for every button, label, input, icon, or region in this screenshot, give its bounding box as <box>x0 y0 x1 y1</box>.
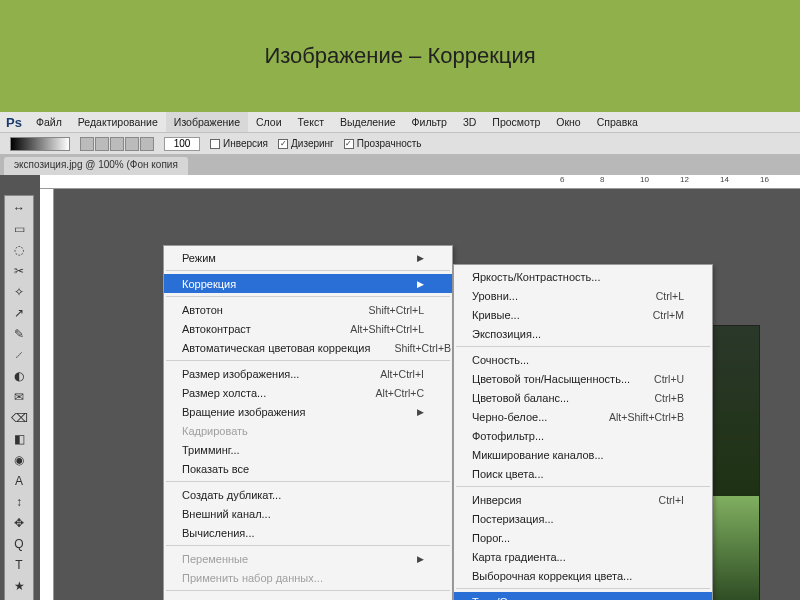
dither-checkbox[interactable]: ✓Дизеринг <box>278 138 334 149</box>
slide-title: Изображение – Коррекция <box>264 43 535 69</box>
tool-14[interactable]: ↕ <box>7 492 31 511</box>
menu-image-item[interactable]: Автоматическая цветовая коррекцияShift+C… <box>164 338 452 357</box>
menu-corr-item[interactable]: Цветовой тон/Насыщенность...Ctrl+U <box>454 369 712 388</box>
menu-corr-item[interactable]: Карта градиента... <box>454 547 712 566</box>
menu-item-label: Внешний канал... <box>182 508 271 520</box>
tool-7[interactable]: ⟋ <box>7 345 31 364</box>
menubar-item-текст[interactable]: Текст <box>290 112 332 132</box>
menubar-item-слои[interactable]: Слои <box>248 112 290 132</box>
tool-16[interactable]: Q <box>7 534 31 553</box>
menubar-item-3d[interactable]: 3D <box>455 112 484 132</box>
tool-12[interactable]: ◉ <box>7 450 31 469</box>
menu-image-item[interactable]: Создать дубликат... <box>164 485 452 504</box>
menu-image-item[interactable]: АвтотонShift+Ctrl+L <box>164 300 452 319</box>
menu-shortcut: Ctrl+I <box>659 494 684 506</box>
tool-5[interactable]: ↗ <box>7 303 31 322</box>
menu-item-label: Тримминг... <box>182 444 240 456</box>
tool-4[interactable]: ✧ <box>7 282 31 301</box>
menu-item-label: Сочность... <box>472 354 529 366</box>
menu-corr-item[interactable]: Поиск цвета... <box>454 464 712 483</box>
menu-item-label: Тени/Света... <box>472 596 539 601</box>
tool-8[interactable]: ◐ <box>7 366 31 385</box>
menu-image-item[interactable]: АвтоконтрастAlt+Shift+Ctrl+L <box>164 319 452 338</box>
menu-corr-item[interactable]: Тени/Света... <box>454 592 712 600</box>
menu-item-label: Автотон <box>182 304 223 316</box>
menubar-item-изображение[interactable]: Изображение <box>166 112 248 132</box>
menu-item-label: Размер изображения... <box>182 368 299 380</box>
menu-item-label: Размер холста... <box>182 387 266 399</box>
tool-2[interactable]: ◌ <box>7 240 31 259</box>
submenu-arrow-icon: ▶ <box>417 279 424 289</box>
opacity-input[interactable] <box>164 137 200 151</box>
menu-corr-item[interactable]: Фотофильтр... <box>454 426 712 445</box>
menu-item-label: Режим <box>182 252 216 264</box>
menu-item-label: Выборочная коррекция цвета... <box>472 570 632 582</box>
menu-item-label: Уровни... <box>472 290 518 302</box>
document-tabbar: экспозиция.jpg @ 100% (Фон копия <box>0 155 800 175</box>
menu-image-item[interactable]: Внешний канал... <box>164 504 452 523</box>
menu-corr-item[interactable]: Постеризация... <box>454 509 712 528</box>
tool-10[interactable]: ⌫ <box>7 408 31 427</box>
menu-corr-item[interactable]: ИнверсияCtrl+I <box>454 490 712 509</box>
menu-shortcut: Alt+Shift+Ctrl+B <box>609 411 684 423</box>
transparency-checkbox[interactable]: ✓Прозрачность <box>344 138 422 149</box>
menubar-item-фильтр[interactable]: Фильтр <box>404 112 455 132</box>
submenu-arrow-icon: ▶ <box>417 407 424 417</box>
menu-corr-item[interactable]: Кривые...Ctrl+M <box>454 305 712 324</box>
menu-corr-item[interactable]: Уровни...Ctrl+L <box>454 286 712 305</box>
menu-image-item[interactable]: Режим▶ <box>164 248 452 267</box>
tool-17[interactable]: T <box>7 555 31 574</box>
menu-item-label: Автоматическая цветовая коррекция <box>182 342 370 354</box>
menu-image-item[interactable]: Показать все <box>164 459 452 478</box>
menu-corr-item[interactable]: Порог... <box>454 528 712 547</box>
menubar: Ps ФайлРедактированиеИзображениеСлоиТекс… <box>0 112 800 133</box>
menubar-item-окно[interactable]: Окно <box>548 112 588 132</box>
menu-shortcut: Alt+Ctrl+C <box>376 387 424 399</box>
menu-corr-item[interactable]: Выборочная коррекция цвета... <box>454 566 712 585</box>
menu-corr-item[interactable]: Яркость/Контрастность... <box>454 267 712 286</box>
menu-corr-sep <box>456 588 710 589</box>
menu-corr-item[interactable]: Сочность... <box>454 350 712 369</box>
toolbox: ↔▭◌✂✧↗✎⟋◐✉⌫◧◉A↕✥QT★✋🔍 <box>4 195 34 600</box>
menu-shortcut: Alt+Ctrl+I <box>380 368 424 380</box>
menu-image-item[interactable]: Вычисления... <box>164 523 452 542</box>
menubar-item-просмотр[interactable]: Просмотр <box>484 112 548 132</box>
menu-item-label: Вычисления... <box>182 527 255 539</box>
menu-image-item[interactable]: Размер изображения...Alt+Ctrl+I <box>164 364 452 383</box>
menu-item-label: Создать дубликат... <box>182 489 281 501</box>
tool-1[interactable]: ▭ <box>7 219 31 238</box>
menu-corr-item[interactable]: Микширование каналов... <box>454 445 712 464</box>
tool-6[interactable]: ✎ <box>7 324 31 343</box>
menubar-item-выделение[interactable]: Выделение <box>332 112 404 132</box>
tool-0[interactable]: ↔ <box>7 198 31 217</box>
inverse-checkbox[interactable]: Инверсия <box>210 138 268 149</box>
menu-image-sep <box>166 360 450 361</box>
menu-item-label: Инверсия <box>472 494 522 506</box>
menu-corr-sep <box>456 486 710 487</box>
menu-shortcut: Ctrl+B <box>655 392 684 404</box>
ps-logo: Ps <box>0 112 28 132</box>
menubar-item-справка[interactable]: Справка <box>589 112 646 132</box>
menu-image-sep <box>166 270 450 271</box>
tool-13[interactable]: A <box>7 471 31 490</box>
tool-15[interactable]: ✥ <box>7 513 31 532</box>
menu-corr-item[interactable]: Цветовой баланс...Ctrl+B <box>454 388 712 407</box>
menu-item-label: Фотофильтр... <box>472 430 544 442</box>
menu-image-item[interactable]: Размер холста...Alt+Ctrl+C <box>164 383 452 402</box>
menu-corr-item[interactable]: Экспозиция... <box>454 324 712 343</box>
menu-image-item[interactable]: Вращение изображения▶ <box>164 402 452 421</box>
tool-3[interactable]: ✂ <box>7 261 31 280</box>
document-tab[interactable]: экспозиция.jpg @ 100% (Фон копия <box>4 157 188 175</box>
gradient-swatch[interactable] <box>10 137 70 151</box>
menu-image-item[interactable]: Коррекция▶ <box>164 274 452 293</box>
tool-9[interactable]: ✉ <box>7 387 31 406</box>
menu-item-label: Постеризация... <box>472 513 554 525</box>
menubar-item-редактирование[interactable]: Редактирование <box>70 112 166 132</box>
menu-image-item[interactable]: Тримминг... <box>164 440 452 459</box>
menu-corr-item[interactable]: Черно-белое...Alt+Shift+Ctrl+B <box>454 407 712 426</box>
tool-11[interactable]: ◧ <box>7 429 31 448</box>
gradient-type-icons[interactable] <box>80 137 154 151</box>
menu-item-label: Экспозиция... <box>472 328 541 340</box>
menubar-item-файл[interactable]: Файл <box>28 112 70 132</box>
tool-18[interactable]: ★ <box>7 576 31 595</box>
